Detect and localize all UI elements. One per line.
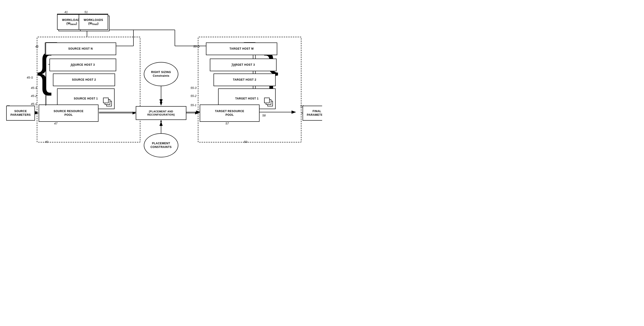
ref-45s: 45-S — [27, 76, 33, 79]
ref-51: 51 — [84, 10, 88, 14]
right-sizing-ellipse: RIGHT SIZINGConstraints — [144, 62, 178, 86]
ref-55-2: 55-2 — [190, 94, 196, 98]
diagram: 41 51 46 45-S 45-3 45-2 45-1 48 47 40 42… — [0, 0, 322, 163]
final-parameters-label: FINALPARAMETERS — [307, 110, 322, 117]
source-host-2-box: SOURCE HOST 2 — [53, 74, 115, 86]
target-host-2-label: TARGET HOST 2 — [233, 78, 256, 82]
target-host-m-label: TARGET HOST M — [230, 47, 254, 51]
placement-reconfiguration-box: [PLACEMENT AND RECONFIGURATION] — [136, 106, 186, 120]
source-host-3-box: SOURCE HOST 3 — [50, 59, 116, 71]
source-host-n-label: SOURCE HOST N — [68, 47, 93, 51]
target-dots: ··· — [231, 64, 236, 69]
target-resource-pool-box: TARGET RESOURCEPOOL — [200, 105, 260, 122]
source-parameters-label: SOURCEPARAMETERS — [10, 110, 30, 117]
target-resource-pool-label: TARGET RESOURCEPOOL — [215, 110, 244, 117]
ref-41: 41 — [64, 10, 68, 14]
target-host-1-label: TARGET HOST 1 — [235, 97, 258, 101]
svg-marker-23 — [160, 120, 162, 122]
ref-45-2: 45-2 — [31, 94, 37, 98]
source-parameters-box: SOURCEPARAMETERS — [6, 106, 35, 121]
workloads-final-text: WORKLOADS{Wfinal} — [84, 18, 103, 26]
target-host-3-box: TARGET HOST 3 — [210, 59, 276, 71]
source-host-1-label: SOURCE HOST 1 — [74, 97, 98, 101]
placement-constraints-ellipse: PLACEMENTCONSTRAINTS — [144, 133, 178, 157]
placement-constraints-label: PLACEMENTCONSTRAINTS — [150, 142, 172, 149]
source-host-n-box: SOURCE HOST N — [45, 42, 116, 55]
final-parameters-box: FINALPARAMETERS — [302, 106, 322, 121]
target-host-m-box: TARGET HOST M — [206, 42, 277, 55]
ref-55-3: 55-3 — [190, 86, 196, 90]
source-dots: ··· — [70, 64, 75, 69]
source-host-2-label: SOURCE HOST 2 — [72, 78, 96, 82]
right-sizing-label: RIGHT SIZINGConstraints — [151, 71, 171, 78]
workloads-final-front: WORKLOADS{Wfinal} — [79, 14, 108, 30]
ref-55-1: 55-1 — [190, 103, 196, 107]
ref-45-3: 45-3 — [31, 86, 37, 90]
source-resource-pool-box: SOURCE RESOURCEPOOL — [39, 105, 98, 122]
ref-45-1: 45-1 — [31, 102, 37, 106]
placement-reconfiguration-label: [PLACEMENT AND RECONFIGURATION] — [136, 110, 186, 117]
target-host-2-box: TARGET HOST 2 — [214, 74, 276, 86]
source-resource-pool-label: SOURCE RESOURCEPOOL — [54, 110, 84, 117]
